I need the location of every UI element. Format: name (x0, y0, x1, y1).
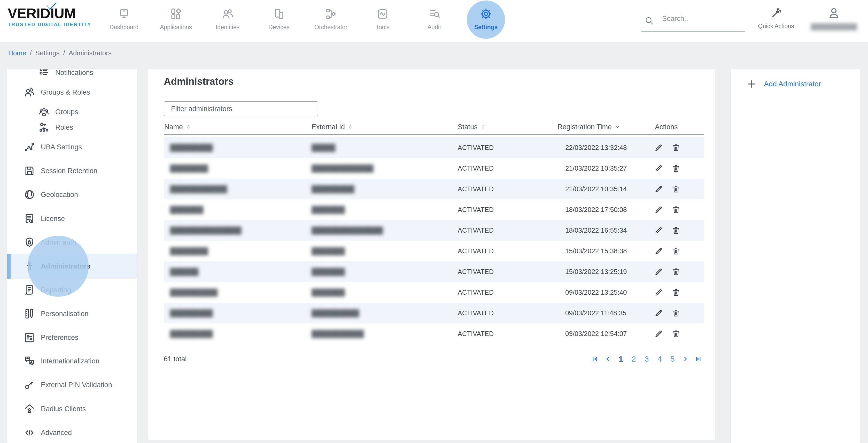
column-header-name[interactable]: Name (164, 119, 191, 135)
delete-icon[interactable] (671, 142, 681, 153)
first-page-button[interactable] (590, 353, 600, 365)
edit-icon[interactable] (654, 142, 664, 153)
page-button-4[interactable]: 4 (654, 353, 665, 365)
delete-icon[interactable] (671, 308, 681, 318)
delete-icon[interactable] (671, 328, 681, 339)
delete-icon[interactable] (671, 204, 681, 215)
admin-name-redacted: ████████ (170, 158, 208, 179)
registration-time-value: 15/03/2022 15:38:38 (565, 241, 627, 261)
admin-external-id-redacted: ███████ (312, 241, 345, 261)
edit-icon[interactable] (654, 163, 664, 173)
devices-icon (273, 8, 285, 20)
page-title: Administrators (164, 76, 234, 87)
delete-icon[interactable] (671, 163, 681, 173)
user-menu[interactable]: ███████████ (808, 0, 860, 42)
quick-actions-button[interactable]: Quick Actions (753, 0, 799, 42)
sidebar-item-session-retention[interactable]: Session Retention (7, 158, 137, 183)
add-administrator-button[interactable]: Add Administrator (747, 79, 821, 89)
sort-icon[interactable] (480, 124, 486, 130)
table-row[interactable]: ███████ ███████ ACTIVATED 18/03/2022 17:… (164, 199, 704, 220)
admin-name-redacted: ████████ (170, 241, 208, 261)
nav-audit[interactable]: Audit (412, 0, 457, 42)
breadcrumb-separator: / (63, 49, 65, 57)
table-row[interactable]: ████████ ███████ ACTIVATED 15/03/2022 15… (164, 241, 704, 261)
admin-name-redacted: ███████ (170, 199, 203, 220)
edit-icon[interactable] (654, 225, 664, 235)
column-header-external-id[interactable]: External Id (312, 119, 353, 135)
edit-icon[interactable] (654, 308, 664, 318)
breadcrumb-settings[interactable]: Settings (35, 49, 60, 57)
nav-settings[interactable]: Settings (464, 0, 508, 42)
table-row[interactable]: █████████ █████ ACTIVATED 22/03/2022 13:… (164, 137, 704, 158)
chevron-right-icon (682, 355, 689, 363)
edit-icon[interactable] (654, 266, 664, 277)
nav-applications[interactable]: Applications (154, 0, 198, 42)
search-icon[interactable] (645, 16, 654, 25)
page-button-5[interactable]: 5 (667, 353, 678, 365)
page-button-3[interactable]: 3 (641, 353, 652, 365)
sidebar-item-geolocation[interactable]: Geolocation (7, 182, 137, 207)
previous-page-button[interactable] (602, 353, 613, 365)
delete-icon[interactable] (671, 287, 681, 297)
registration-time-value: 21/03/2022 10:35:14 (565, 179, 627, 199)
edit-icon[interactable] (654, 184, 664, 194)
table-row[interactable]: █████████ ██████████ ACTIVATED 09/03/202… (164, 303, 704, 323)
search-input[interactable] (661, 14, 740, 23)
sort-icon[interactable] (347, 124, 353, 130)
delete-icon[interactable] (671, 225, 681, 235)
status-value: ACTIVATED (458, 179, 494, 199)
nav-devices[interactable]: Devices (257, 0, 301, 42)
edit-icon[interactable] (654, 204, 664, 215)
nav-orchestrator[interactable]: Orchestrator (309, 0, 353, 42)
nav-dashboard[interactable]: Dashboard (102, 0, 146, 42)
nav-identities[interactable]: Identities (206, 0, 250, 42)
last-page-button[interactable] (693, 353, 704, 365)
edit-icon[interactable] (654, 246, 664, 256)
nav-label: Settings (474, 24, 498, 31)
delete-icon[interactable] (671, 266, 681, 277)
registration-time-value: 09/03/2022 11:48:35 (565, 303, 626, 323)
veridium-logo[interactable]: VERIDIUM TRUSTED DIGITAL IDENTITY (8, 6, 91, 27)
sidebar-item-preferences[interactable]: Preferences (7, 325, 137, 350)
administrators-panel: Administrators Name External Id Status R… (148, 69, 715, 440)
nav-tools[interactable]: Tools (361, 0, 405, 42)
sidebar-item-personalisation[interactable]: Personalisation (7, 301, 137, 326)
table-row[interactable]: ███████████████ ███████████████ ACTIVATE… (164, 220, 704, 241)
registration-time-value: 22/03/2022 13:32:48 (565, 137, 627, 158)
filter-administrators-input[interactable] (164, 101, 318, 116)
sort-icon[interactable] (185, 124, 191, 130)
delete-icon[interactable] (671, 184, 681, 194)
nav-label: Identities (216, 24, 240, 31)
table-row[interactable]: ████████ █████████████ ACTIVATED 21/03/2… (164, 158, 704, 179)
breadcrumb-home-link[interactable]: Home (8, 49, 26, 57)
edit-icon[interactable] (654, 287, 664, 297)
sidebar-item-radius-clients[interactable]: Radius Clients (7, 396, 137, 421)
sidebar-item-uba-settings[interactable]: UBA Settings (7, 135, 137, 159)
user-name-redacted: ███████████ (811, 23, 857, 30)
logo-subtitle: TRUSTED DIGITAL IDENTITY (8, 22, 91, 27)
table-row[interactable]: █████████ ███████████ ACTIVATED 03/03/20… (164, 323, 704, 344)
personalisation-icon (24, 308, 35, 320)
admin-external-id-redacted: █████████████ (312, 158, 373, 179)
logo-check-icon (46, 3, 57, 11)
status-value: ACTIVATED (458, 303, 494, 323)
sidebar-item-external-pin-validation[interactable]: External PIN Validation (7, 373, 137, 397)
delete-icon[interactable] (671, 246, 681, 256)
edit-icon[interactable] (654, 328, 664, 339)
table-row[interactable]: ██████ ███████ ACTIVATED 15/03/2022 13:2… (164, 261, 704, 282)
page-button-2[interactable]: 2 (628, 353, 639, 365)
sidebar-item-license[interactable]: License (7, 206, 137, 231)
column-header-status[interactable]: Status (458, 119, 486, 135)
column-header-registration-time[interactable]: Registration Time (557, 119, 621, 135)
notifications-list-icon (38, 69, 50, 78)
table-row[interactable]: ██████████ ███████ ACTIVATED 09/03/2022 … (164, 282, 704, 303)
sidebar-item-advanced[interactable]: Advanced (7, 420, 137, 443)
page-button-1[interactable]: 1 (615, 353, 626, 365)
admin-external-id-redacted: ███████ (312, 261, 345, 282)
sidebar-item-internationalization[interactable]: Internationalization (7, 349, 137, 374)
sort-desc-icon[interactable] (614, 124, 621, 130)
table-row[interactable]: ████████████ █████████ ACTIVATED 21/03/2… (164, 179, 704, 199)
pagination: 1 2 3 4 5 (590, 353, 704, 365)
nav-label: Audit (428, 24, 441, 31)
next-page-button[interactable] (680, 353, 691, 365)
